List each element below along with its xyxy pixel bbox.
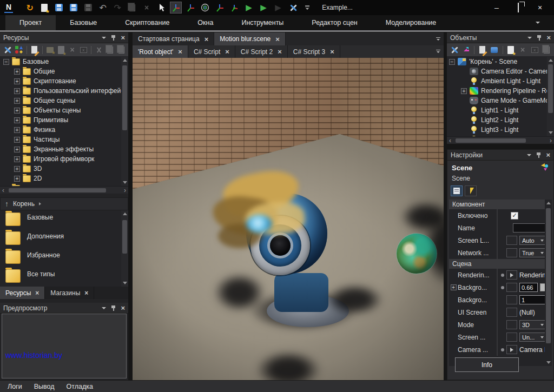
navigate-up-icon[interactable]: ↑ (5, 200, 9, 208)
list-item[interactable]: Избранное (0, 248, 128, 267)
objects-tree[interactable]: 'Корень' - Scene Camera Editor - Camera … (447, 57, 547, 136)
resources-tree[interactable]: Базовые Общие Скриптование Пользовательс… (0, 57, 128, 186)
tree-item[interactable]: Игровой фреймворк (0, 154, 128, 164)
expander-icon[interactable] (451, 284, 457, 290)
tree-item[interactable]: Общее сцены (0, 96, 128, 105)
package-icon[interactable] (490, 45, 498, 55)
expander-icon[interactable] (14, 88, 20, 94)
tabstrip-overflow-icon[interactable] (436, 37, 440, 41)
document-tab[interactable]: Стартовая страница × (133, 32, 214, 45)
tree-item[interactable]: Пользовательский интерфейс (0, 86, 128, 96)
default-value-button[interactable] (506, 295, 517, 304)
transform-arrows-icon[interactable] (462, 45, 470, 55)
expander-icon[interactable] (14, 98, 20, 104)
resources-folder-list[interactable]: Базовые Дополнения Избранное Все типы (0, 210, 128, 287)
close-icon[interactable]: × (121, 34, 125, 41)
close-button[interactable]: × (536, 3, 544, 12)
breadcrumb-chevron-icon[interactable] (39, 202, 41, 205)
mode-dropdown[interactable]: 3D (519, 320, 546, 329)
new-object-icon[interactable] (506, 45, 515, 55)
statusbar-tab[interactable]: Отладка (67, 383, 93, 390)
folder-list-vscrollbar[interactable] (121, 210, 128, 287)
scrollbar-thumb[interactable] (546, 208, 551, 343)
expander-icon[interactable] (461, 88, 467, 94)
tree-item[interactable]: Ambient Light - Light (447, 76, 547, 86)
tree-item[interactable]: Скриптование (0, 76, 128, 86)
tree-item[interactable]: Объекты сцены (0, 105, 128, 115)
tree-item[interactable]: Физика (0, 125, 128, 135)
move-tool-icon[interactable] (170, 2, 181, 13)
play-icon[interactable]: ▶ (243, 2, 254, 13)
document-tab[interactable]: Motion blur.scene × (214, 32, 286, 45)
scrollbar-thumb[interactable] (122, 220, 127, 254)
scrollbar-thumb[interactable] (122, 65, 127, 130)
breadcrumb[interactable]: Корень (13, 200, 35, 208)
close-icon[interactable]: × (278, 48, 282, 55)
transform-tool-icon[interactable] (229, 2, 240, 13)
edit-icon[interactable] (478, 45, 486, 55)
expander-icon[interactable] (14, 147, 20, 152)
tree-item[interactable]: Экранные эффекты (0, 144, 128, 154)
categories-icon[interactable] (15, 45, 23, 55)
close-icon[interactable]: × (121, 304, 125, 311)
expander-icon[interactable] (14, 78, 20, 84)
object-tab[interactable]: C# Script × (188, 45, 235, 58)
watermark-link[interactable]: www.historian.by (5, 351, 62, 360)
network-dropdown[interactable]: True (519, 248, 546, 257)
expander-icon[interactable] (3, 59, 9, 65)
statusbar-tab[interactable]: Вывод (34, 383, 55, 390)
menu-item[interactable]: Скриптование (111, 15, 183, 30)
menu-item[interactable]: Моделирование (372, 15, 451, 30)
tree-item[interactable]: Примитивы (0, 115, 128, 125)
scene-viewport[interactable] (133, 58, 444, 380)
menubar-chevron-icon[interactable] (536, 22, 540, 24)
panel-tab[interactable]: Ресурсы × (0, 287, 45, 299)
expander-icon[interactable] (449, 59, 455, 65)
default-value-button[interactable] (506, 248, 517, 257)
save-all-icon[interactable] (68, 2, 79, 13)
tree-item[interactable]: Light3 - Light (447, 125, 547, 135)
section-header-scene[interactable]: Сцена (449, 259, 552, 269)
menu-item[interactable]: Проект (5, 15, 56, 30)
list-item[interactable]: Дополнения (0, 229, 128, 248)
select-tool-icon[interactable] (156, 2, 167, 13)
tab-properties[interactable] (451, 185, 463, 196)
scrollbar-thumb[interactable] (9, 188, 106, 192)
screen-dropdown[interactable]: Un... (519, 333, 546, 342)
objects-tree-hscrollbar[interactable]: ‹› (447, 136, 554, 144)
panel-menu-icon[interactable] (102, 307, 106, 309)
default-value-button[interactable] (506, 283, 517, 292)
expander-icon[interactable] (14, 69, 20, 75)
tree-item[interactable]: 2D (0, 174, 128, 183)
edit-icon[interactable] (31, 45, 38, 55)
close-icon[interactable]: × (35, 290, 39, 296)
menu-item[interactable]: Базовые (56, 15, 111, 30)
expander-icon[interactable] (14, 117, 20, 123)
color-value-input[interactable]: 0.66 (519, 283, 538, 292)
section-header-component[interactable]: Компонент (449, 200, 552, 209)
menu-item[interactable]: Окна (183, 15, 227, 30)
tree-item[interactable]: Light1 - Light (447, 105, 547, 115)
orbit-tool-icon[interactable] (200, 2, 210, 13)
save-icon[interactable] (54, 2, 64, 13)
close-icon[interactable]: × (275, 36, 280, 43)
default-value-button[interactable] (506, 333, 517, 342)
property-grid-vscrollbar[interactable] (545, 200, 552, 366)
panel-menu-icon[interactable] (527, 37, 532, 39)
pin-icon[interactable] (111, 305, 116, 311)
name-input[interactable] (513, 223, 548, 232)
list-item[interactable]: Все типы (0, 267, 128, 286)
rotate-tool-icon[interactable] (185, 2, 196, 13)
refresh-icon[interactable]: ↻ (24, 2, 35, 13)
statusbar-tab[interactable]: Логи (8, 383, 22, 390)
expander-icon[interactable] (14, 108, 20, 114)
settings-wrench-icon[interactable] (450, 45, 458, 55)
resources-tree-vscrollbar[interactable] (121, 57, 128, 186)
default-value-button[interactable] (506, 236, 517, 245)
default-value-button[interactable] (506, 308, 517, 317)
expander-icon[interactable] (14, 137, 20, 143)
close-icon[interactable]: × (330, 48, 334, 55)
enabled-checkbox[interactable] (511, 212, 518, 220)
object-tab[interactable]: 'Root object' × (133, 45, 188, 58)
close-icon[interactable]: × (205, 36, 209, 43)
